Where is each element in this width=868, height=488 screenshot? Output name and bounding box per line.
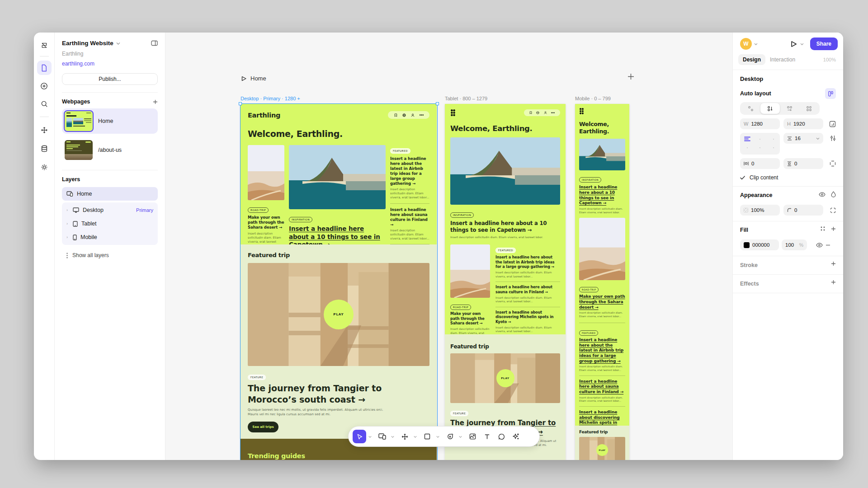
add-frame-icon[interactable] [627, 73, 634, 80]
add-stroke-icon[interactable] [831, 261, 836, 266]
appearance-visibility-icon[interactable] [819, 192, 826, 197]
width-field[interactable]: W 1280 [740, 118, 780, 129]
frame-desktop[interactable]: Earthling Welcome, Earthling. ROAD-T [241, 104, 437, 460]
framer-logo-icon[interactable] [37, 39, 52, 53]
layer-row-tablet[interactable]: › Tablet [62, 217, 158, 230]
comment-tool[interactable] [495, 430, 508, 443]
frame-label-desktop[interactable]: Desktop · Primary · 1280 + [241, 96, 300, 101]
rectangle-tool-chevron-icon[interactable] [435, 430, 440, 443]
add-webpage-icon[interactable] [153, 99, 158, 104]
database-icon[interactable] [37, 141, 52, 156]
zoom-level[interactable]: 100% [823, 57, 836, 62]
divider [62, 92, 158, 93]
ai-tool[interactable] [509, 430, 523, 443]
fill-color-field[interactable]: 000000 [740, 239, 779, 250]
journey-description: Quisque laoreet leo nec mi mollis, ut gr… [248, 408, 388, 417]
gap-field[interactable]: 16 [783, 133, 823, 144]
frame-tool-chevron-icon[interactable] [390, 430, 395, 443]
height-field[interactable]: H 1920 [783, 118, 823, 129]
text-tool[interactable] [480, 430, 494, 443]
rectangle-tool[interactable] [420, 430, 434, 443]
padding-y-field[interactable]: 0 [783, 158, 823, 169]
expand-chevron-icon[interactable]: › [66, 221, 70, 226]
webpage-item-home[interactable]: Home [62, 108, 158, 134]
frame-mobile[interactable]: Welcome, Earthling. INSPIRATION Insert a… [575, 104, 629, 460]
opacity-field[interactable]: 100% [740, 205, 780, 216]
alignment-widget[interactable] [740, 133, 780, 155]
gap-icon [787, 136, 792, 141]
frame-tablet[interactable]: Welcome, Earthling. INSPIRATION Insert a… [445, 104, 566, 460]
add-effect-icon[interactable] [831, 280, 836, 285]
individual-padding-icon[interactable] [830, 160, 836, 167]
media-tool[interactable] [466, 430, 479, 443]
pen-tool[interactable] [443, 430, 457, 443]
layout-grid-segment[interactable] [799, 103, 819, 114]
tab-design[interactable]: Design [738, 54, 765, 65]
airbnb-headline: Insert a headline here about the latest … [390, 156, 429, 186]
pen-tool-chevron-icon[interactable] [458, 430, 463, 443]
vector-tool-chevron-icon[interactable] [412, 430, 418, 443]
morocco-image: PLAY [579, 437, 625, 460]
share-button[interactable]: Share [810, 38, 838, 50]
fill-opacity-field[interactable]: 100 % [782, 239, 807, 250]
select-tool[interactable] [353, 430, 366, 443]
layout-horizontal-segment[interactable] [780, 103, 799, 114]
expand-chevron-icon[interactable]: › [66, 235, 70, 239]
layout-vertical-segment[interactable] [760, 103, 780, 114]
layer-row-home[interactable]: Home [62, 187, 158, 201]
remove-fill-icon[interactable] [826, 244, 830, 246]
blend-droplet-icon[interactable] [831, 191, 836, 197]
project-domain-link[interactable]: earthling.com [62, 61, 158, 67]
distribute-icon[interactable] [830, 135, 836, 141]
kyoto-headline: Insert a headline about discovering Mich… [579, 410, 625, 426]
webpage-item-about-us[interactable]: /about-us [62, 137, 158, 163]
frame-label-tablet[interactable]: Tablet · 800 – 1279 [445, 96, 487, 101]
webpage-label: Home [98, 118, 113, 124]
bookmark-icon [529, 111, 532, 114]
frame-label-mobile[interactable]: Mobile · 0 – 799 [575, 96, 611, 101]
canvas[interactable]: Home Desktop · Primary · 1280 + Tablet ·… [165, 33, 732, 460]
avatar-chevron-icon[interactable] [754, 43, 758, 45]
breadcrumb-label: Home [250, 75, 266, 82]
canvas-breadcrumb[interactable]: Home [241, 75, 266, 82]
frame-tool[interactable] [375, 430, 389, 443]
settings-gear-icon[interactable] [37, 160, 52, 174]
individual-corners-icon[interactable] [830, 207, 836, 213]
vector-tool[interactable] [398, 430, 411, 443]
search-icon[interactable] [37, 97, 52, 111]
layer-row-mobile[interactable]: › Mobile [62, 230, 158, 244]
padding-x-field[interactable]: 0 [740, 158, 780, 169]
clip-content-checkbox[interactable]: Clip content [740, 174, 836, 181]
play-button: PLAY [496, 369, 514, 387]
auto-layout-toggle-icon[interactable] [825, 88, 836, 99]
airbnb-description: Insert description sollicitudin diam. Et… [390, 188, 429, 199]
toggle-sidebar-icon[interactable] [151, 40, 158, 46]
featured-tag: FEATURED [495, 248, 516, 253]
preview-chevron-icon[interactable] [800, 43, 804, 45]
publish-button[interactable]: Publish... [62, 73, 158, 85]
breakpoints-icon [378, 433, 386, 440]
layer-row-desktop[interactable]: › Desktop Primary [62, 203, 158, 217]
avatar[interactable]: W [740, 38, 752, 50]
add-fill-icon[interactable] [831, 226, 836, 231]
resize-fit-icon[interactable] [829, 121, 836, 127]
primary-badge: Primary [136, 207, 153, 213]
select-tool-chevron-icon[interactable] [367, 430, 373, 443]
preview-play-icon[interactable] [791, 41, 797, 47]
pages-icon[interactable] [37, 61, 52, 75]
layout-none-segment[interactable] [741, 103, 760, 114]
expand-chevron-icon[interactable]: › [66, 208, 70, 212]
gap-chevron-icon[interactable] [816, 137, 820, 140]
sahara-headline: Make your own path through the Sahara de… [450, 312, 490, 326]
add-circle-icon[interactable] [37, 79, 52, 93]
finland-headline: Insert a headline here about sauna cultu… [390, 207, 429, 227]
fill-opacity-value: 100 [785, 242, 794, 248]
layout-direction-segments [740, 102, 820, 115]
tab-interaction[interactable]: Interaction [765, 54, 800, 65]
project-menu-chevron-icon[interactable] [116, 42, 120, 45]
move-tool-icon[interactable] [37, 123, 52, 137]
show-all-layers-button[interactable]: Show all layers [62, 249, 158, 261]
fill-visibility-icon[interactable] [816, 243, 823, 248]
fill-grid-icon[interactable] [820, 226, 826, 231]
radius-field[interactable]: 0 [783, 205, 823, 216]
